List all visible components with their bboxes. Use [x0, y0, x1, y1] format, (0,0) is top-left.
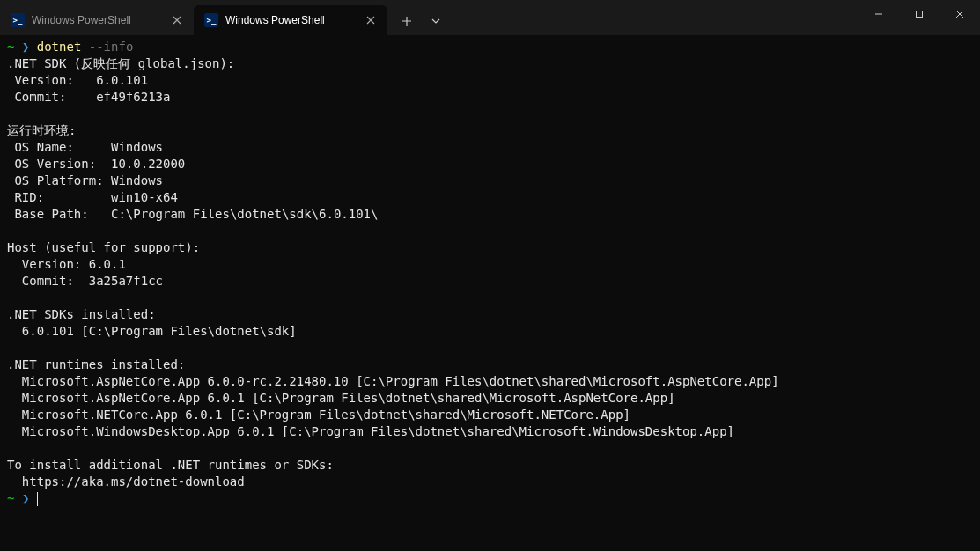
- cursor: [37, 492, 38, 506]
- powershell-icon: >_: [11, 13, 25, 27]
- maximize-button[interactable]: [899, 0, 939, 28]
- output-runtime-3: Microsoft.NETCore.App 6.0.1 [C:\Program …: [7, 408, 630, 422]
- powershell-icon: >_: [204, 13, 218, 27]
- output-host-version-label: Version:: [7, 257, 89, 271]
- tabs-container: >_ Windows PowerShell >_ Windows PowerSh…: [0, 0, 449, 35]
- output-os-platform-label: OS Platform:: [7, 173, 111, 187]
- output-sdk-commit-label: Commit:: [7, 90, 96, 104]
- output-install-url: https://aka.ms/dotnet-download: [7, 474, 245, 489]
- titlebar: >_ Windows PowerShell >_ Windows PowerSh…: [0, 0, 980, 35]
- tab-1-close-icon[interactable]: [169, 12, 185, 28]
- close-button[interactable]: [939, 0, 980, 28]
- output-base-path: C:\Program Files\dotnet\sdk\6.0.101\: [111, 207, 378, 221]
- prompt-tilde: ~: [7, 40, 14, 54]
- minimize-button[interactable]: [858, 0, 899, 28]
- output-runtime-1: Microsoft.AspNetCore.App 6.0.0-rc.2.2148…: [7, 374, 779, 388]
- output-base-path-label: Base Path:: [7, 207, 111, 221]
- output-sdk-installed-1: 6.0.101 [C:\Program Files\dotnet\sdk]: [7, 324, 297, 338]
- tab-1[interactable]: >_ Windows PowerShell: [0, 5, 194, 35]
- output-sdks-installed-header: .NET SDKs installed:: [7, 307, 156, 321]
- output-runtime-env-header: 运行时环境:: [7, 123, 76, 137]
- terminal-area[interactable]: ~ ❯ dotnet --info .NET SDK (反映任何 global.…: [0, 35, 980, 511]
- window-controls: [858, 0, 980, 35]
- output-runtimes-installed-header: .NET runtimes installed:: [7, 357, 185, 371]
- prompt-arrow-2: ❯: [22, 491, 29, 505]
- tab-2-close-icon[interactable]: [363, 12, 379, 28]
- output-install-msg: To install additional .NET runtimes or S…: [7, 458, 334, 472]
- prompt-arrow: ❯: [22, 40, 29, 54]
- output-os-name: Windows: [111, 140, 163, 154]
- output-sdk-version: 6.0.101: [96, 73, 148, 87]
- output-rid-label: RID:: [7, 190, 111, 204]
- svg-rect-0: [917, 11, 923, 18]
- output-sdk-commit: ef49f6213a: [96, 90, 170, 104]
- output-host-version: 6.0.1: [89, 257, 126, 271]
- output-os-name-label: OS Name:: [7, 140, 111, 154]
- output-os-version-label: OS Version:: [7, 157, 111, 171]
- output-os-version: 10.0.22000: [111, 157, 185, 171]
- tab-2-title: Windows PowerShell: [225, 14, 356, 26]
- output-host-commit: 3a25a7f1cc: [89, 274, 163, 288]
- new-tab-button[interactable]: [391, 7, 423, 35]
- output-sdk-version-label: Version:: [7, 73, 96, 87]
- output-runtime-2: Microsoft.AspNetCore.App 6.0.1 [C:\Progr…: [7, 391, 675, 405]
- output-rid: win10-x64: [111, 190, 178, 204]
- output-runtime-4: Microsoft.WindowsDesktop.App 6.0.1 [C:\P…: [7, 424, 734, 438]
- command-exe: dotnet: [37, 40, 82, 54]
- command-arg: --info: [89, 40, 134, 54]
- tab-2[interactable]: >_ Windows PowerShell: [194, 5, 387, 35]
- tab-dropdown-button[interactable]: [423, 7, 449, 35]
- tab-1-title: Windows PowerShell: [32, 14, 162, 26]
- prompt-tilde-2: ~: [7, 491, 14, 505]
- output-os-platform: Windows: [111, 173, 163, 187]
- output-sdk-header: .NET SDK (反映任何 global.json):: [7, 56, 234, 70]
- output-host-header: Host (useful for support):: [7, 240, 200, 254]
- output-host-commit-label: Commit:: [7, 274, 89, 288]
